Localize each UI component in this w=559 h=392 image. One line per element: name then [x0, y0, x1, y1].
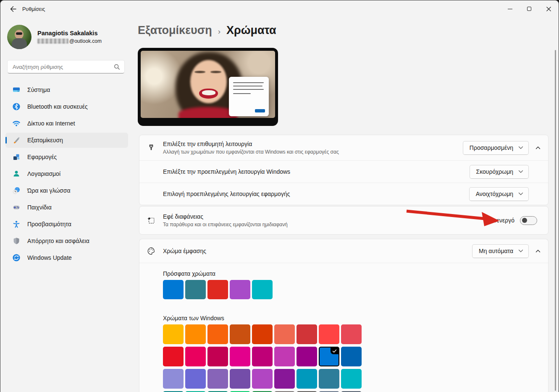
sidebar-item-personalization[interactable]: Εξατομίκευση [5, 133, 128, 148]
recent-color-swatch[interactable] [185, 280, 206, 299]
sidebar-item-accounts[interactable]: Λογαριασμοί [5, 166, 128, 181]
sidebar-item-privacy[interactable]: Απόρρητο και ασφάλεια [5, 233, 128, 248]
recent-color-swatch[interactable] [230, 280, 250, 299]
sidebar-item-bluetooth[interactable]: Bluetooth και συσκευές [5, 99, 128, 114]
close-icon [546, 6, 551, 12]
windows-color-swatch[interactable] [341, 369, 362, 389]
chevron-down-icon [518, 249, 523, 253]
windows-color-swatch[interactable] [207, 347, 228, 366]
minimize-icon [508, 9, 512, 9]
windows-color-swatch[interactable] [252, 369, 273, 389]
accent-dropdown-value: Μη αυτόματα [479, 248, 513, 254]
windows-color-swatch[interactable] [274, 347, 295, 366]
profile-name: Panagiotis Sakalakis [37, 30, 102, 37]
windows-color-swatch[interactable] [230, 347, 250, 366]
sidebar-item-label: Προσβασιμότητα [27, 221, 71, 227]
mode-collapse-button[interactable] [532, 146, 544, 149]
theme-preview [138, 48, 278, 126]
windows-color-swatch[interactable] [252, 347, 273, 366]
preview-window-card [229, 77, 269, 116]
accent-title: Χρώμα έμφασης [163, 248, 465, 254]
windows-color-swatch[interactable] [163, 347, 184, 366]
windows-mode-row: Επιλέξτε την προεπιλεγμένη λειτουργία Wi… [139, 160, 548, 183]
windows-color-swatch[interactable] [163, 324, 184, 344]
transparency-card: Εφέ διαφάνειας Τα παράθυρα και οι επιφάν… [139, 206, 549, 235]
chevron-down-icon [518, 170, 523, 173]
system-icon [12, 86, 21, 94]
preview-accent-button [255, 109, 265, 112]
mode-title: Επιλέξτε την επιθυμητή λειτουργία [163, 141, 456, 147]
windows-color-swatch[interactable] [230, 324, 250, 344]
accent-dropdown[interactable]: Μη αυτόματα [472, 244, 529, 258]
windows-color-swatch[interactable] [230, 369, 250, 389]
scrollbar-thumb[interactable] [555, 50, 556, 391]
chevron-down-icon [518, 192, 523, 196]
windows-color-swatch[interactable] [297, 324, 317, 344]
sidebar-item-time-language[interactable]: Ώρα και γλώσσα [5, 183, 128, 198]
selected-accent-bar [5, 137, 7, 144]
maximize-button[interactable] [520, 1, 539, 17]
blurred-email-segment [37, 39, 68, 44]
sidebar-item-label: Σύστημα [27, 86, 50, 93]
windows-color-swatch-selected[interactable] [319, 347, 339, 366]
transparency-toggle[interactable] [520, 216, 537, 225]
breadcrumb: Εξατομίκευση › Χρώματα [138, 24, 276, 37]
color-mode-card: Επιλέξτε την επιθυμητή λειτουργία Αλλαγή… [139, 135, 549, 205]
windows-color-swatch[interactable] [297, 369, 317, 389]
windows-color-swatch[interactable] [319, 324, 339, 344]
mode-row: Επιλέξτε την επιθυμητή λειτουργία Αλλαγή… [139, 135, 548, 160]
windows-color-swatch[interactable] [341, 347, 362, 366]
back-button[interactable] [5, 3, 21, 15]
windows-colors-grid [163, 324, 362, 392]
windows-color-swatch[interactable] [274, 324, 295, 344]
sidebar-item-windows-update[interactable]: Windows Update [5, 250, 128, 265]
sidebar-item-system[interactable]: Σύστημα [5, 82, 128, 97]
windows-colors-grid-row [163, 369, 362, 389]
windows-color-swatch[interactable] [252, 324, 273, 344]
windows-color-swatch[interactable] [185, 324, 206, 344]
accent-color-card: Χρώμα έμφασης Μη αυτόματα Πρόσφατα χρώμα… [139, 239, 549, 392]
sidebar-item-network[interactable]: Δίκτυο και Internet [5, 116, 128, 131]
settings-window: Ρυθμίσεις Panagiotis Sakalakis @outlook.… [0, 0, 559, 392]
breadcrumb-parent[interactable]: Εξατομίκευση [138, 24, 212, 37]
toggle-knob [522, 218, 527, 223]
back-arrow-icon [10, 5, 17, 13]
mode-dropdown[interactable]: Προσαρμοσμένη [463, 141, 529, 155]
windows-color-swatch[interactable] [319, 369, 339, 389]
breadcrumb-separator: › [218, 27, 220, 36]
windows-color-swatch[interactable] [163, 369, 184, 389]
windows-mode-dropdown[interactable]: Σκουρόχρωμη [470, 165, 529, 179]
accent-collapse-button[interactable] [532, 249, 544, 253]
windows-color-swatch[interactable] [185, 347, 206, 366]
windows-color-swatch[interactable] [274, 369, 295, 389]
close-button[interactable] [539, 1, 558, 17]
windows-mode-title: Επιλέξτε την προεπιλεγμένη λειτουργία Wi… [163, 168, 463, 175]
search-input[interactable] [13, 64, 114, 70]
windows-color-swatch[interactable] [341, 324, 362, 344]
sidebar-item-label: Απόρρητο και ασφάλεια [27, 238, 89, 244]
sidebar-item-label: Παιχνίδια [27, 204, 52, 211]
recent-color-swatch[interactable] [252, 280, 273, 299]
recent-colors-label: Πρόσφατα χρώματα [163, 270, 215, 277]
sidebar-item-label: Bluetooth και συσκευές [27, 103, 88, 110]
minimize-button[interactable] [500, 1, 520, 17]
recent-color-swatch[interactable] [207, 280, 228, 299]
windows-colors-grid-row [163, 347, 362, 366]
chevron-down-icon [518, 146, 523, 149]
brush-icon [139, 143, 163, 152]
windows-color-swatch[interactable] [207, 324, 228, 344]
transparency-subtitle: Τα παράθυρα και οι επιφάνειες εμφανίζοντ… [163, 222, 483, 227]
sidebar-item-apps[interactable]: Εφαρμογές [5, 149, 128, 165]
app-mode-dropdown[interactable]: Ανοιχτόχρωμη [469, 187, 529, 201]
recent-color-swatch[interactable] [163, 280, 184, 299]
sidebar-item-accessibility[interactable]: Προσβασιμότητα [5, 217, 128, 232]
windows-color-swatch[interactable] [185, 369, 206, 389]
windows-color-swatch[interactable] [207, 369, 228, 389]
maximize-icon [527, 7, 531, 11]
windows-color-swatch[interactable] [297, 347, 317, 366]
profile-email: @outlook.com [37, 38, 102, 44]
avatar [7, 25, 31, 49]
user-profile[interactable]: Panagiotis Sakalakis @outlook.com [7, 25, 102, 49]
sidebar-item-gaming[interactable]: Παιχνίδια [5, 200, 128, 215]
titlebar: Ρυθμίσεις [0, 0, 559, 18]
